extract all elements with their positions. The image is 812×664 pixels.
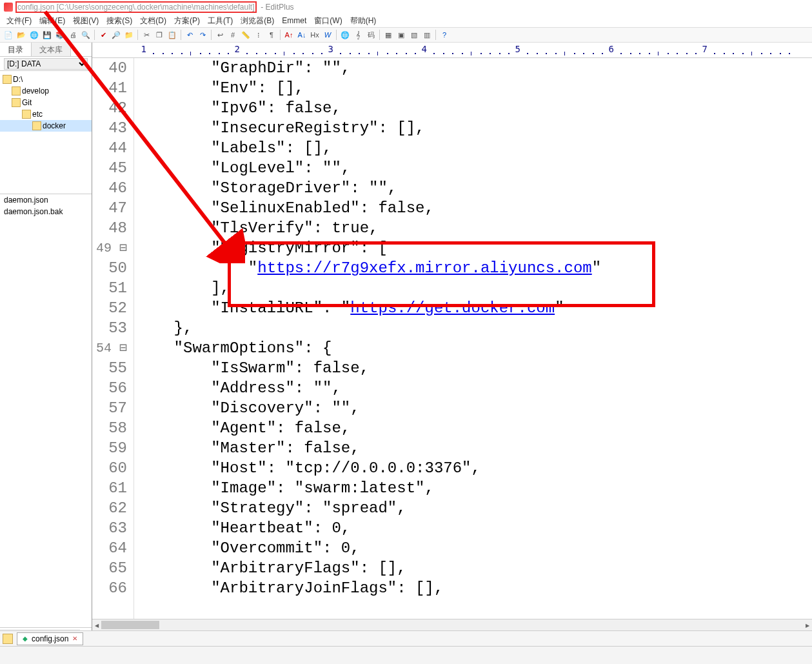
word-icon[interactable]: W [322,29,333,41]
file-tab-label: config.json [32,634,68,643]
window-tile-icon[interactable]: ▦ [382,29,394,41]
undo-icon[interactable]: ↶ [184,29,195,41]
findfiles-icon[interactable]: 📁 [123,29,135,41]
browser-icon[interactable]: 🌐 [339,29,351,41]
cut-icon[interactable]: ✂ [141,29,152,41]
file-list[interactable]: daemon.json daemon.json.bak [0,194,92,627]
tree-node-selected: docker [0,120,92,132]
tree-node: D:\ [0,74,92,85]
app-icon [4,3,13,12]
help-icon[interactable]: ? [439,29,450,41]
folder-icon [12,98,21,107]
tree-node: develop [0,85,92,97]
find-icon[interactable]: 🔎 [110,29,122,41]
folder-icon [32,121,41,130]
editor[interactable]: 1234567 40414243444546474849 ⊟5051525354… [92,43,812,643]
new-icon[interactable]: 📄 [3,29,14,41]
copy-icon[interactable]: ❐ [153,29,165,41]
hex-icon[interactable]: Hx [309,29,321,41]
tree-node: etc [0,108,92,120]
close-icon[interactable]: ▧ [408,29,420,41]
whitespace-icon[interactable]: ¶ [266,29,277,41]
menu-tools[interactable]: 工具(T) [208,15,233,26]
folder-icon [3,75,12,84]
file-tab-strip: ◆ config.json ✕ [0,630,812,646]
status-bar [0,646,812,664]
modified-icon: ◆ [23,635,28,642]
file-tab-active[interactable]: ◆ config.json ✕ [17,632,83,645]
menu-file[interactable]: 文件(F) [6,15,32,26]
paste-icon[interactable]: 📋 [166,29,178,41]
open-icon[interactable]: 📂 [15,29,27,41]
save-icon[interactable]: 💾 [41,29,53,41]
font-inc-icon[interactable]: A↑ [283,29,295,41]
scroll-thumb[interactable] [101,621,159,629]
menu-view[interactable]: 视图(V) [73,15,99,26]
file-item[interactable]: daemon.json.bak [0,206,92,217]
folder-tree[interactable]: D:\ develop Git etc docker [0,71,92,194]
guides-icon[interactable]: ⫶ [253,29,264,41]
menu-window[interactable]: 窗口(W) [314,15,342,26]
toolbar: 📄 📂 🌐 💾 📚 🖨 🔍 ✔ 🔎 📁 ✂ ❐ 📋 ↶ ↷ ↩ # 📏 ⫶ ¶ … [0,27,812,43]
menu-help[interactable]: 帮助(H) [350,15,377,26]
scroll-right-icon[interactable]: ▶ [803,619,812,631]
title-file-path: config.json [C:\Users\songzeceng\.docker… [15,1,257,13]
sidebar: 目录 文本库 [D:] DATA D:\ develop Git etc doc… [0,43,92,643]
spellcheck-icon[interactable]: ✔ [97,29,109,41]
wrap-icon[interactable]: ↩ [214,29,226,41]
scroll-left-icon[interactable]: ◀ [92,619,101,631]
close-tab-icon[interactable]: ✕ [72,635,77,642]
sidebar-tab-directory[interactable]: 目录 [0,43,32,56]
tree-node: Git [0,97,92,108]
open-remote-icon[interactable]: 🌐 [28,29,40,41]
file-item[interactable]: daemon.json [0,194,92,206]
folder-icon [22,110,31,119]
menu-browser[interactable]: 浏览器(B) [241,15,274,26]
font-dec-icon[interactable]: A↓ [296,29,308,41]
title-appname: EditPlus [266,3,294,12]
menu-document[interactable]: 文档(D) [140,15,166,26]
save-all-icon[interactable]: 📚 [54,29,66,41]
menu-edit[interactable]: 编辑(E) [39,15,65,26]
preview-icon[interactable]: 🔍 [80,29,92,41]
redo-icon[interactable]: ↷ [197,29,208,41]
closeall-icon[interactable]: ▥ [421,29,433,41]
charmap-icon[interactable]: 𝄞 [352,29,364,41]
sidebar-tab-library[interactable]: 文本库 [32,43,71,56]
print-icon[interactable]: 🖨 [67,29,79,41]
titlebar: config.json [C:\Users\songzeceng\.docker… [0,0,812,14]
menu-search[interactable]: 搜索(S) [106,15,132,26]
ruler: 1234567 [92,43,812,58]
folder-icon[interactable] [3,634,13,644]
folder-icon [12,86,21,96]
drive-select[interactable]: [D:] DATA [4,58,88,70]
menu-emmet[interactable]: Emmet [282,16,306,25]
menu-project[interactable]: 方案(P) [174,15,200,26]
linenum-icon[interactable]: # [227,29,239,41]
codepage-icon[interactable]: 码 [365,29,377,41]
line-gutter: 40414243444546474849 ⊟5051525354 ⊟555657… [92,58,134,643]
window-cascade-icon[interactable]: ▣ [395,29,407,41]
code-text[interactable]: "GraphDir": "", "Env": [], "Ipv6": false… [134,58,812,643]
menubar: 文件(F) 编辑(E) 视图(V) 搜索(S) 文档(D) 方案(P) 工具(T… [0,14,812,27]
horizontal-scrollbar[interactable]: ◀ ▶ [92,619,812,630]
ruler-icon[interactable]: 📏 [240,29,252,41]
